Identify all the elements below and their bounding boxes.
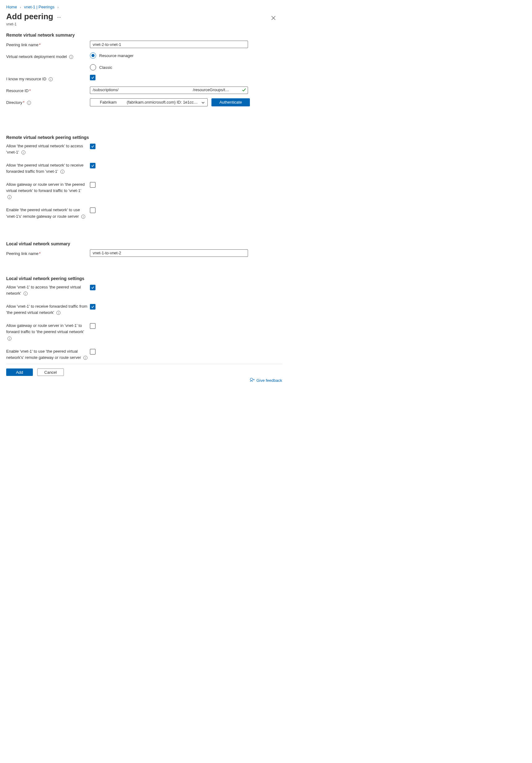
breadcrumb-sep-icon: › (20, 5, 21, 9)
checkbox-local-allow-access[interactable] (90, 285, 96, 290)
checkbox-remote-allow-gateway[interactable] (90, 182, 96, 188)
authenticate-button[interactable]: Authenticate (212, 98, 250, 106)
label-local-allow-gateway: Allow gateway or route server in 'vnet-1… (6, 323, 87, 341)
label-local-allow-forwarded: Allow 'vnet-1' to receive forwarded traf… (6, 303, 87, 316)
info-icon[interactable]: i (27, 101, 31, 105)
label-remote-enable-remote-gw: Enable 'the peered virtual network' to u… (6, 207, 87, 219)
cancel-button[interactable]: Cancel (37, 369, 64, 376)
breadcrumb-sep-icon: › (57, 5, 58, 9)
label-local-peering-link-name: Peering link name* (6, 249, 90, 257)
label-local-enable-remote-gw: Enable 'vnet-1' to use 'the peered virtu… (6, 348, 87, 361)
info-icon[interactable]: i (7, 195, 12, 199)
radio-resource-manager[interactable] (90, 53, 96, 58)
label-resource-id: Resource ID* (6, 86, 90, 94)
info-icon[interactable]: i (81, 215, 85, 219)
info-icon[interactable]: i (60, 170, 64, 174)
breadcrumb: Home › vnet-1 | Peerings › (6, 5, 276, 9)
remote-peering-name-input[interactable] (90, 41, 248, 48)
close-icon[interactable] (271, 16, 276, 21)
checkbox-know-resource-id[interactable] (90, 75, 96, 80)
radio-classic[interactable] (90, 64, 96, 70)
directory-select[interactable]: Fabrikam (fabrikam.onmicrosoft.com) ID: … (90, 98, 208, 106)
chevron-down-icon (201, 101, 205, 105)
give-feedback-link[interactable]: Give feedback (250, 378, 282, 383)
label-remote-allow-forwarded: Allow 'the peered virtual network' to re… (6, 162, 87, 174)
label-directory: Directory* i (6, 98, 90, 106)
valid-check-icon (242, 88, 246, 93)
feedback-icon (250, 378, 254, 383)
section-remote-summary: Remote virtual network summary (6, 33, 276, 38)
info-icon[interactable]: i (7, 337, 12, 341)
radio-classic-label: Classic (99, 65, 112, 70)
label-remote-allow-gateway: Allow gateway or route server in 'the pe… (6, 181, 87, 200)
checkbox-local-allow-forwarded[interactable] (90, 304, 96, 309)
page-title: Add peering (6, 12, 53, 21)
give-feedback-label: Give feedback (256, 378, 282, 383)
breadcrumb-vnet[interactable]: vnet-1 | Peerings (24, 5, 54, 9)
local-peering-name-input[interactable] (90, 249, 248, 257)
label-local-allow-access: Allow 'vnet-1' to access 'the peered vir… (6, 284, 87, 296)
section-remote-settings: Remote virtual network peering settings (6, 135, 276, 140)
info-icon[interactable]: i (21, 151, 26, 155)
checkbox-remote-enable-remote-gw[interactable] (90, 207, 96, 213)
section-local-summary: Local virtual network summary (6, 241, 276, 246)
info-icon[interactable]: i (49, 77, 53, 81)
info-icon[interactable]: i (83, 356, 87, 360)
add-button[interactable]: Add (6, 369, 33, 376)
label-deployment-model: Virtual network deployment model i (6, 53, 90, 60)
checkbox-remote-allow-access[interactable] (90, 144, 96, 149)
info-icon[interactable]: i (24, 291, 28, 295)
info-icon[interactable]: i (56, 311, 60, 315)
section-local-settings: Local virtual network peering settings (6, 276, 276, 281)
checkbox-local-enable-remote-gw[interactable] (90, 349, 96, 355)
checkbox-remote-allow-forwarded[interactable] (90, 163, 96, 168)
label-peering-link-name: Peering link name* (6, 41, 90, 48)
more-actions-icon[interactable]: … (57, 14, 62, 19)
label-know-resource-id: I know my resource ID i (6, 75, 90, 82)
radio-resource-manager-label: Resource manager (99, 54, 133, 58)
label-remote-allow-access: Allow 'the peered virtual network' to ac… (6, 143, 87, 156)
directory-select-value: Fabrikam (fabrikam.onmicrosoft.com) ID: … (100, 100, 198, 105)
resource-id-input[interactable]: /subscriptions//resourceGroups/t… (90, 86, 248, 94)
breadcrumb-home[interactable]: Home (6, 5, 17, 9)
info-icon[interactable]: i (69, 55, 73, 59)
checkbox-local-allow-gateway[interactable] (90, 323, 96, 329)
page-subtitle: vnet-1 (6, 22, 276, 26)
